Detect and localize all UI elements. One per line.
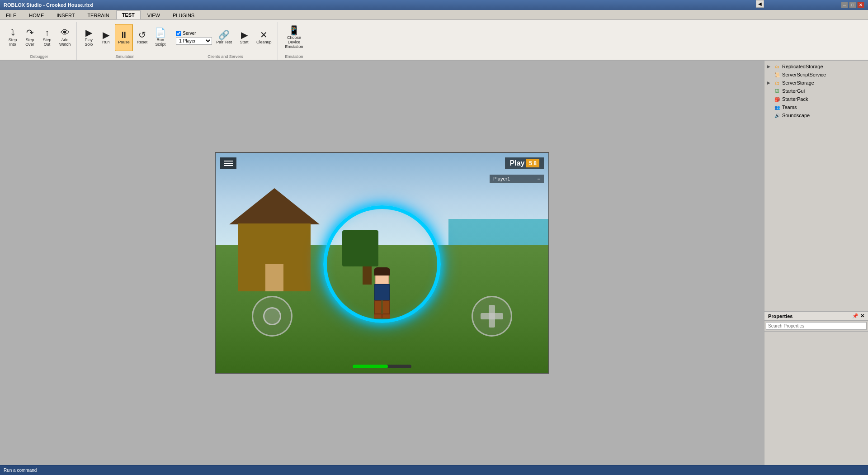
pair-test-button[interactable]: 🔗 Pair Test — [213, 24, 235, 51]
char-leg-right — [382, 300, 390, 314]
tree-item-replicated-storage[interactable]: ▶ 🗂 ReplicatedStorage — [766, 62, 866, 71]
cleanup-label: Cleanup — [256, 40, 272, 45]
game-house — [229, 192, 320, 291]
add-watch-icon: 👁 — [61, 28, 70, 37]
emulation-label: Emulation — [282, 53, 307, 60]
tree-label-sp: StarterPack — [782, 96, 808, 102]
properties-close-icon[interactable]: ✕ — [860, 313, 864, 319]
main-content: Play 5 8 Player1 ≡ ◀ ▶ 🗂 ReplicatedStora… — [0, 61, 868, 465]
pause-button[interactable]: ⏸ Pause — [115, 24, 133, 51]
explorer-tree[interactable]: ▶ 🗂 ReplicatedStorage 📜 ServerScriptServ… — [764, 61, 868, 311]
menu-line-3 — [224, 165, 233, 166]
char-foot-left — [374, 314, 382, 318]
tab-home[interactable]: HOME — [23, 10, 50, 19]
tab-file[interactable]: FILE — [0, 10, 22, 19]
player-name-label: Player1 — [493, 176, 510, 181]
properties-header: Properties 📌 ✕ — [764, 312, 868, 321]
hud-menu-button[interactable] — [220, 157, 236, 169]
game-frame: Play 5 8 Player1 ≡ — [215, 152, 549, 374]
tab-terrain[interactable]: TERRAIN — [81, 10, 115, 19]
tab-view[interactable]: VIEW — [142, 10, 166, 19]
add-watch-button[interactable]: 👁 AddWatch — [56, 24, 74, 51]
tree-label-sss: ServerScriptService — [782, 72, 826, 77]
right-joystick[interactable] — [472, 296, 512, 337]
step-over-button[interactable]: ↷ StepOver — [22, 24, 38, 51]
choose-device-label: ChooseDeviceEmulation — [285, 36, 303, 49]
tree-item-server-script-service[interactable]: 📜 ServerScriptService — [766, 71, 866, 79]
char-feet — [374, 314, 390, 318]
ribbon-tabs: FILE HOME INSERT TERRAIN TEST VIEW PLUGI… — [0, 10, 868, 20]
house-door — [265, 264, 283, 291]
tree-label-ss: ServerStorage — [782, 80, 814, 86]
tree-item-server-storage[interactable]: ▶ 🗂 ServerStorage — [766, 79, 866, 87]
run-label: Run — [102, 40, 110, 45]
run-button[interactable]: ▶ Run — [98, 24, 114, 51]
tab-test[interactable]: TEST — [116, 10, 141, 19]
left-joystick[interactable] — [252, 296, 292, 337]
hud-play-indicator: Play 5 8 — [505, 157, 544, 169]
reset-label: Reset — [137, 40, 148, 45]
add-watch-label: AddWatch — [59, 38, 71, 47]
folder-icon-ss: 🗂 — [774, 79, 781, 86]
tree-item-teams[interactable]: 👥 Teams — [766, 103, 866, 111]
ribbon-toolbar: ⤵ StepInto ↷ StepOver ↑ StepOut 👁 AddWat… — [0, 20, 868, 61]
char-foot-right — [382, 314, 390, 318]
debugger-group: ⤵ StepInto ↷ StepOver ↑ StepOut 👁 AddWat… — [2, 22, 77, 60]
status-text: Run a command — [4, 468, 37, 473]
tree-label-sg: StarterGui — [782, 88, 805, 94]
dpad-horizontal — [481, 313, 503, 319]
health-fill — [353, 365, 388, 368]
choose-device-button[interactable]: 📱 ChooseDeviceEmulation — [282, 24, 307, 51]
close-button[interactable]: ✕ — [857, 2, 864, 8]
tree-item-starter-gui[interactable]: 🖼 StarterGui — [766, 87, 866, 95]
step-out-icon: ↑ — [45, 28, 49, 37]
title-bar: ROBLOX Studio - Crooked House.rbxl ─ □ ✕ — [0, 0, 868, 10]
properties-search-input[interactable] — [766, 322, 867, 330]
pair-test-label: Pair Test — [216, 40, 232, 45]
step-over-icon: ↷ — [26, 28, 34, 37]
tree-label-replicated: ReplicatedStorage — [782, 64, 823, 69]
sound-icon: 🔊 — [774, 112, 781, 119]
tab-plugins[interactable]: PLUGINS — [167, 10, 200, 19]
step-out-button[interactable]: ↑ StepOut — [39, 24, 55, 51]
step-into-button[interactable]: ⤵ StepInto — [5, 24, 21, 51]
health-bar — [353, 365, 411, 368]
hud-play-icon: 5 8 — [526, 159, 539, 167]
status-bar: Run a command — [0, 465, 868, 475]
start-button[interactable]: ▶ Start — [236, 24, 252, 51]
properties-search-area — [764, 321, 868, 332]
game-player — [374, 271, 390, 318]
tree-item-soundscape[interactable]: 🔊 Soundscape — [766, 111, 866, 119]
menu-line-2 — [224, 163, 233, 164]
step-into-icon: ⤵ — [10, 28, 15, 37]
tab-insert[interactable]: INSERT — [51, 10, 80, 19]
clients-label: Clients and Servers — [176, 53, 274, 60]
play-solo-label: PlaySolo — [85, 38, 93, 47]
menu-line-1 — [224, 161, 233, 162]
reset-button[interactable]: ↺ Reset — [134, 24, 151, 51]
char-leg-left — [374, 300, 382, 314]
joystick-center-left — [263, 307, 281, 325]
run-script-button[interactable]: 📄 RunScript — [151, 24, 169, 51]
player-count-select[interactable]: 1 Player 2 Players 3 Players 4 Players — [176, 37, 212, 45]
properties-panel: Properties 📌 ✕ — [764, 311, 868, 465]
joystick-dpad — [481, 305, 503, 328]
script-icon-sss: 📜 — [774, 71, 781, 78]
cleanup-button[interactable]: ✕ Cleanup — [253, 24, 275, 51]
pause-icon: ⏸ — [119, 30, 128, 39]
minimize-button[interactable]: ─ — [841, 2, 848, 8]
server-checkbox[interactable] — [176, 31, 181, 36]
play-solo-button[interactable]: ▶ PlaySolo — [80, 24, 97, 51]
properties-pin-icon[interactable]: 📌 — [852, 313, 859, 319]
collapse-arrow-button[interactable]: ◀ — [756, 0, 764, 8]
server-label: Server — [183, 31, 196, 36]
maximize-button[interactable]: □ — [849, 2, 856, 8]
step-into-label: StepInto — [9, 38, 17, 47]
folder-icon-sp: 🎒 — [774, 95, 781, 103]
tree-item-starter-pack[interactable]: 🎒 StarterPack — [766, 95, 866, 103]
folder-icon-replicated: 🗂 — [774, 63, 781, 70]
server-config: Server 1 Player 2 Players 3 Players 4 Pl… — [176, 31, 212, 45]
step-out-label: StepOut — [43, 38, 52, 47]
hud-player-bar: Player1 ≡ — [490, 175, 544, 183]
house-roof — [229, 188, 320, 224]
